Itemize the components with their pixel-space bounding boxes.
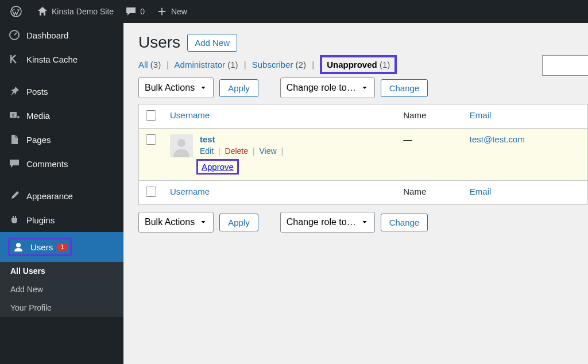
filter-unapproved-count: (1) <box>380 60 390 69</box>
svg-rect-2 <box>10 112 17 118</box>
col-name-foot: Name <box>396 181 463 205</box>
filter-all-count: (3) <box>150 60 161 69</box>
kinsta-icon <box>8 53 21 65</box>
plus-icon <box>156 6 168 17</box>
users-badge: 1 <box>56 243 68 251</box>
sidebar-item-dashboard[interactable]: Dashboard <box>0 23 123 47</box>
site-home-link[interactable]: Kinsta Demo Site <box>31 0 119 23</box>
select-all-checkbox[interactable] <box>146 110 156 121</box>
row-name: — <box>396 129 463 181</box>
admin-bar: Kinsta Demo Site 0 New <box>0 0 588 23</box>
sidebar-item-label: Posts <box>26 87 48 96</box>
filter-all[interactable]: All <box>138 60 148 69</box>
page-header: Users Add New <box>138 33 588 52</box>
pin-icon <box>8 85 21 98</box>
plugin-icon <box>8 214 21 226</box>
svg-point-4 <box>16 243 21 247</box>
bulk-actions-bottom: Bulk Actions Apply Change role to… Chang… <box>138 212 588 233</box>
site-title: Kinsta Demo Site <box>52 7 114 16</box>
view-link[interactable]: View <box>259 146 276 156</box>
username-link[interactable]: test <box>200 134 215 144</box>
bulk-actions-select-bottom[interactable]: Bulk Actions <box>138 212 214 233</box>
home-icon <box>37 6 48 17</box>
wp-logo[interactable] <box>5 0 31 23</box>
media-icon <box>8 109 21 122</box>
table-header-row: Username Name Email <box>139 104 588 129</box>
col-username[interactable]: Username <box>163 104 396 129</box>
apply-button[interactable]: Apply <box>219 79 258 97</box>
bulk-actions-top: Bulk Actions Apply Change role to… Chang… <box>138 78 588 98</box>
chevron-down-icon <box>199 84 207 92</box>
change-role-select[interactable]: Change role to… <box>280 78 375 98</box>
users-submenu: All Users Add New Your Profile <box>0 262 123 317</box>
edit-link[interactable]: Edit <box>200 146 214 156</box>
user-icon <box>12 241 25 253</box>
new-label: New <box>171 7 187 16</box>
change-role-select-bottom[interactable]: Change role to… <box>280 212 375 233</box>
svg-point-6 <box>177 139 185 147</box>
row-actions: Edit | Delete | View | <box>200 146 285 156</box>
search-box <box>542 55 588 76</box>
col-email-foot[interactable]: Email <box>463 181 588 205</box>
chevron-down-icon <box>361 84 369 92</box>
comments-link[interactable]: 0 <box>119 0 150 23</box>
avatar <box>170 134 193 157</box>
admin-sidebar: Dashboard Kinsta Cache Posts Media Pages… <box>0 23 123 364</box>
sidebar-item-label: Comments <box>26 159 68 169</box>
submenu-your-profile[interactable]: Your Profile <box>0 299 123 317</box>
comment-icon <box>125 6 137 17</box>
sidebar-item-appearance[interactable]: Appearance <box>0 184 123 208</box>
table-row: test Edit | Delete | View | Approve <box>139 129 588 181</box>
approve-link[interactable]: Approve <box>202 162 234 172</box>
search-input[interactable] <box>542 55 588 76</box>
sidebar-item-label: Users <box>30 242 53 252</box>
filter-links: All (3) | Administrator (1) | Subscriber… <box>138 60 588 69</box>
sidebar-item-label: Appearance <box>26 191 73 201</box>
delete-link[interactable]: Delete <box>225 146 248 156</box>
row-email[interactable]: test@test.com <box>470 134 525 144</box>
bulk-actions-select[interactable]: Bulk Actions <box>138 78 214 98</box>
users-table: Username Name Email test Edit <box>138 104 588 205</box>
dashboard-icon <box>8 29 21 41</box>
sidebar-item-posts[interactable]: Posts <box>0 79 123 103</box>
approve-highlight: Approve <box>196 159 239 175</box>
sidebar-item-comments[interactable]: Comments <box>0 152 123 176</box>
filter-subscriber[interactable]: Subscriber <box>252 60 293 69</box>
sidebar-item-label: Kinsta Cache <box>26 55 78 64</box>
users-highlight: Users 1 <box>8 238 72 256</box>
row-checkbox[interactable] <box>146 134 156 145</box>
filter-unapproved-label: Unapproved <box>327 60 377 69</box>
col-username-foot[interactable]: Username <box>163 181 396 205</box>
sidebar-item-media[interactable]: Media <box>0 103 123 127</box>
comment-icon <box>8 157 21 170</box>
select-all-checkbox-bottom[interactable] <box>146 187 156 197</box>
chevron-down-icon <box>361 218 369 226</box>
wordpress-icon <box>10 6 22 17</box>
table-footer-row: Username Name Email <box>139 181 588 205</box>
comment-count: 0 <box>140 7 145 16</box>
filter-administrator[interactable]: Administrator <box>175 60 225 69</box>
submenu-add-new[interactable]: Add New <box>0 280 123 299</box>
col-email[interactable]: Email <box>463 104 588 129</box>
submenu-all-users[interactable]: All Users <box>0 262 123 280</box>
filter-admin-count: (1) <box>227 60 238 69</box>
sidebar-item-pages[interactable]: Pages <box>0 127 123 152</box>
chevron-down-icon <box>199 218 207 226</box>
brush-icon <box>8 189 21 202</box>
main-content: Users Add New All (3) | Administrator (1… <box>123 23 588 249</box>
sidebar-item-plugins[interactable]: Plugins <box>0 208 123 232</box>
filter-unapproved-highlight[interactable]: Unapproved (1) <box>320 55 397 74</box>
sidebar-item-label: Pages <box>26 135 51 145</box>
new-content-link[interactable]: New <box>150 0 193 23</box>
page-icon <box>8 133 21 146</box>
change-button-bottom[interactable]: Change <box>381 214 428 231</box>
sidebar-item-label: Media <box>26 111 50 121</box>
change-button[interactable]: Change <box>381 79 428 97</box>
apply-button-bottom[interactable]: Apply <box>219 214 258 231</box>
svg-point-3 <box>17 116 20 118</box>
add-new-button[interactable]: Add New <box>187 34 237 52</box>
page-title: Users <box>138 33 180 52</box>
sidebar-item-label: Plugins <box>26 215 55 225</box>
sidebar-item-users[interactable]: Users 1 <box>0 232 123 262</box>
sidebar-item-kinsta-cache[interactable]: Kinsta Cache <box>0 47 123 71</box>
